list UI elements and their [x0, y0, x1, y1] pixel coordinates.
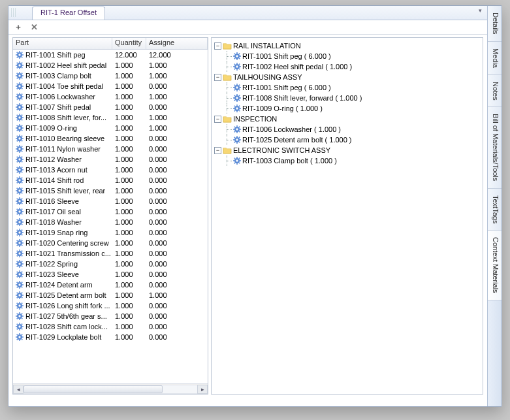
- part-qty: 1.000: [112, 114, 146, 121]
- tree-leaf-node[interactable]: RIT-1001 Shift peg ( 6.000 ): [214, 82, 480, 93]
- table-row[interactable]: RIT-1001 Shift peg12.00012.000: [13, 50, 208, 60]
- folder-icon: [223, 42, 232, 50]
- part-qty: 1.000: [112, 176, 146, 184]
- collapse-icon[interactable]: −: [214, 42, 221, 50]
- scroll-thumb[interactable]: [24, 385, 163, 393]
- part-name: RIT-1012 Washer: [25, 155, 82, 163]
- table-row[interactable]: RIT-1004 Toe shift pedal1.0000.000: [13, 81, 208, 91]
- gear-icon: [16, 333, 24, 341]
- gear-icon: [233, 157, 241, 165]
- table-row[interactable]: RIT-1013 Acorn nut1.0000.000: [13, 165, 208, 175]
- tree-leaf-node[interactable]: RIT-1006 Lockwasher ( 1.000 ): [214, 124, 480, 135]
- table-row[interactable]: RIT-1024 Detent arm1.0000.000: [13, 280, 208, 290]
- grid-body[interactable]: RIT-1001 Shift peg12.00012.000RIT-1002 H…: [13, 50, 208, 383]
- part-qty: 1.000: [112, 72, 146, 80]
- part-name: RIT-1002 Heel shift pedal: [25, 61, 106, 69]
- horizontal-scrollbar[interactable]: ◂ ▸: [13, 383, 208, 394]
- scroll-left-button[interactable]: ◂: [13, 385, 24, 394]
- part-qty: 1.000: [112, 145, 146, 153]
- table-row[interactable]: RIT-1011 Nylon washer1.0000.000: [13, 144, 208, 154]
- collapse-icon[interactable]: −: [214, 147, 221, 154]
- table-row[interactable]: RIT-1026 Long shift fork ...1.0000.000: [13, 300, 208, 311]
- leaf-label: RIT-1008 Shift lever, forward ( 1.000 ): [242, 94, 362, 102]
- gear-icon: [16, 250, 24, 257]
- table-row[interactable]: RIT-1029 Lockplate bolt1.0000.000: [13, 332, 208, 342]
- gear-icon: [16, 135, 24, 142]
- table-row[interactable]: RIT-1017 Oil seal1.0000.000: [13, 206, 208, 217]
- table-row[interactable]: RIT-1022 Spring1.0000.000: [13, 259, 208, 269]
- table-row[interactable]: RIT-1014 Shift rod1.0000.000: [13, 175, 208, 186]
- part-qty: 1.000: [112, 208, 146, 216]
- assembly-tree[interactable]: −RAIL INSTALLATIONRIT-1001 Shift peg ( 6…: [212, 38, 483, 169]
- tree-connector: [223, 51, 232, 61]
- grid-header: Part Quantity Assigne: [13, 38, 208, 50]
- part-qty: 1.000: [112, 61, 146, 69]
- table-row[interactable]: RIT-1006 Lockwasher1.0001.000: [13, 91, 208, 102]
- part-qty: 1.000: [112, 260, 146, 268]
- tree-leaf-node[interactable]: RIT-1001 Shift peg ( 6.000 ): [214, 51, 480, 61]
- tabbar-menu-icon[interactable]: ▾: [479, 7, 482, 14]
- tree-leaf-node[interactable]: RIT-1008 Shift lever, forward ( 1.000 ): [214, 93, 480, 103]
- part-name: RIT-1007 Shift pedal: [25, 103, 91, 111]
- table-row[interactable]: RIT-1020 Centering screw1.0000.000: [13, 238, 208, 248]
- col-assigned[interactable]: Assigne: [146, 38, 208, 49]
- part-name: RIT-1027 5th/6th gear s...: [25, 312, 107, 320]
- part-name: RIT-1010 Bearing sleeve: [25, 135, 104, 142]
- sidetab-context-materials[interactable]: Context Materials: [488, 231, 502, 300]
- part-name: RIT-1020 Centering screw: [25, 239, 109, 247]
- part-name: RIT-1015 Shift lever, rear: [25, 187, 105, 195]
- panel-toolbar: + ✕: [8, 20, 487, 35]
- part-assigned: 1.000: [146, 124, 208, 132]
- tree-folder-node[interactable]: −ELECTRONIC SWITCH ASSY: [214, 145, 480, 155]
- table-row[interactable]: RIT-1019 Snap ring1.0000.000: [13, 227, 208, 238]
- table-row[interactable]: RIT-1027 5th/6th gear s...1.0000.000: [13, 311, 208, 321]
- col-part[interactable]: Part: [13, 38, 112, 49]
- remove-button[interactable]: ✕: [29, 23, 39, 32]
- tree-folder-node[interactable]: −TAILHOUSING ASSY: [214, 72, 480, 82]
- part-qty: 1.000: [112, 187, 146, 195]
- table-row[interactable]: RIT-1023 Sleeve1.0000.000: [13, 269, 208, 280]
- part-name: RIT-1001 Shift peg: [25, 51, 86, 59]
- table-row[interactable]: RIT-1012 Washer1.0000.000: [13, 154, 208, 165]
- sidetab-notes[interactable]: Notes: [488, 75, 502, 108]
- part-assigned: 0.000: [146, 260, 208, 268]
- table-row[interactable]: RIT-1009 O-ring1.0001.000: [13, 123, 208, 133]
- table-row[interactable]: RIT-1003 Clamp bolt1.0001.000: [13, 71, 208, 81]
- tree-folder-node[interactable]: −INSPECTION: [214, 114, 480, 124]
- scroll-right-button[interactable]: ▸: [197, 385, 208, 394]
- tree-leaf-node[interactable]: RIT-1002 Heel shift pedal ( 1.000 ): [214, 61, 480, 72]
- tree-leaf-node[interactable]: RIT-1003 Clamp bolt ( 1.000 ): [214, 155, 480, 166]
- leaf-label: RIT-1002 Heel shift pedal ( 1.000 ): [242, 63, 352, 71]
- table-row[interactable]: RIT-1002 Heel shift pedal1.0001.000: [13, 60, 208, 71]
- sidetab-texttags[interactable]: TextTags: [488, 189, 502, 231]
- table-row[interactable]: RIT-1015 Shift lever, rear1.0000.000: [13, 186, 208, 196]
- sidetab-details[interactable]: Details: [488, 6, 502, 42]
- tree-leaf-node[interactable]: RIT-1025 Detent arm bolt ( 1.000 ): [214, 135, 480, 145]
- gear-icon: [16, 229, 24, 236]
- table-row[interactable]: RIT-1025 Detent arm bolt1.0001.000: [13, 290, 208, 300]
- part-name: RIT-1003 Clamp bolt: [25, 72, 91, 80]
- tab-rear-offset[interactable]: RIT-1 Rear Offset: [32, 7, 105, 20]
- gear-icon: [16, 208, 24, 216]
- tree-leaf-node[interactable]: RIT-1009 O-ring ( 1.000 ): [214, 103, 480, 114]
- table-row[interactable]: RIT-1007 Shift pedal1.0000.000: [13, 102, 208, 112]
- table-row[interactable]: RIT-1008 Shift lever, for...1.0001.000: [13, 112, 208, 123]
- add-button[interactable]: +: [14, 23, 23, 32]
- table-row[interactable]: RIT-1016 Sleeve1.0000.000: [13, 196, 208, 206]
- sidetab-media[interactable]: Media: [488, 42, 502, 75]
- part-qty: 12.000: [112, 51, 146, 59]
- collapse-icon[interactable]: −: [214, 116, 221, 123]
- part-assigned: 0.000: [146, 145, 208, 153]
- scroll-track[interactable]: [24, 385, 197, 394]
- table-row[interactable]: RIT-1018 Washer1.0000.000: [13, 217, 208, 227]
- table-row[interactable]: RIT-1021 Transmission c...1.0000.000: [13, 248, 208, 259]
- gear-icon: [16, 323, 24, 331]
- table-row[interactable]: RIT-1010 Bearing sleeve1.0000.000: [13, 133, 208, 144]
- collapse-icon[interactable]: −: [214, 74, 221, 81]
- sidetab-bill-of-materials-tools[interactable]: Bill of Materials/Tools: [488, 107, 502, 188]
- part-qty: 1.000: [112, 155, 146, 163]
- col-quantity[interactable]: Quantity: [112, 38, 146, 49]
- tree-folder-node[interactable]: −RAIL INSTALLATION: [214, 40, 480, 51]
- part-qty: 1.000: [112, 291, 146, 299]
- table-row[interactable]: RIT-1028 Shift cam lock...1.0000.000: [13, 321, 208, 332]
